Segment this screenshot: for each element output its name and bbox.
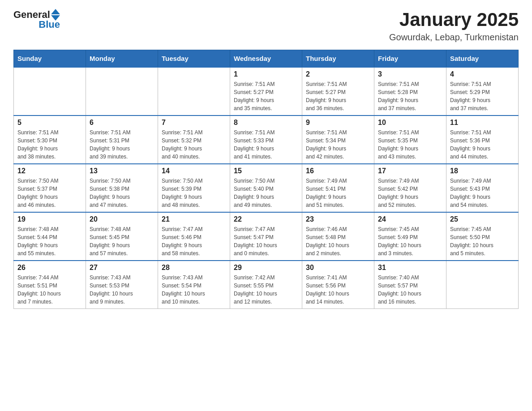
day-info: Sunrise: 7:49 AM Sunset: 5:41 PM Dayligh… (306, 177, 370, 209)
week-row-3: 12Sunrise: 7:50 AM Sunset: 5:37 PM Dayli… (14, 164, 519, 212)
day-info: Sunrise: 7:43 AM Sunset: 5:53 PM Dayligh… (90, 274, 154, 306)
empty-cell (86, 67, 158, 116)
weekday-header-wednesday: Wednesday (230, 50, 302, 68)
day-cell-27: 27Sunrise: 7:43 AM Sunset: 5:53 PM Dayli… (86, 261, 158, 309)
day-number: 20 (90, 215, 154, 223)
day-number: 1 (234, 70, 298, 78)
day-number: 2 (306, 70, 370, 78)
day-info: Sunrise: 7:50 AM Sunset: 5:38 PM Dayligh… (90, 177, 154, 209)
day-cell-1: 1Sunrise: 7:51 AM Sunset: 5:27 PM Daylig… (230, 67, 302, 116)
day-number: 7 (162, 119, 226, 127)
weekday-header-saturday: Saturday (446, 50, 519, 68)
day-cell-14: 14Sunrise: 7:50 AM Sunset: 5:39 PM Dayli… (158, 164, 230, 212)
empty-cell (158, 67, 230, 116)
weekday-header-sunday: Sunday (14, 50, 86, 68)
day-info: Sunrise: 7:51 AM Sunset: 5:35 PM Dayligh… (378, 128, 442, 161)
day-cell-20: 20Sunrise: 7:48 AM Sunset: 5:45 PM Dayli… (86, 212, 158, 261)
day-number: 31 (378, 264, 442, 272)
day-info: Sunrise: 7:51 AM Sunset: 5:27 PM Dayligh… (306, 80, 370, 112)
day-cell-11: 11Sunrise: 7:51 AM Sunset: 5:36 PM Dayli… (446, 116, 519, 164)
day-number: 9 (306, 119, 370, 127)
day-cell-9: 9Sunrise: 7:51 AM Sunset: 5:34 PM Daylig… (302, 116, 374, 164)
day-number: 17 (378, 167, 442, 175)
day-cell-7: 7Sunrise: 7:51 AM Sunset: 5:32 PM Daylig… (158, 116, 230, 164)
weekday-header-monday: Monday (86, 50, 158, 68)
day-info: Sunrise: 7:51 AM Sunset: 5:32 PM Dayligh… (162, 128, 226, 161)
day-cell-15: 15Sunrise: 7:50 AM Sunset: 5:40 PM Dayli… (230, 164, 302, 212)
day-info: Sunrise: 7:46 AM Sunset: 5:48 PM Dayligh… (306, 225, 370, 257)
week-row-4: 19Sunrise: 7:48 AM Sunset: 5:44 PM Dayli… (14, 212, 519, 261)
day-info: Sunrise: 7:50 AM Sunset: 5:37 PM Dayligh… (17, 177, 82, 209)
day-cell-29: 29Sunrise: 7:42 AM Sunset: 5:55 PM Dayli… (230, 261, 302, 309)
day-cell-28: 28Sunrise: 7:43 AM Sunset: 5:54 PM Dayli… (158, 261, 230, 309)
day-cell-19: 19Sunrise: 7:48 AM Sunset: 5:44 PM Dayli… (14, 212, 86, 261)
day-number: 6 (90, 119, 154, 127)
day-info: Sunrise: 7:50 AM Sunset: 5:39 PM Dayligh… (162, 177, 226, 209)
day-number: 25 (450, 215, 515, 223)
day-cell-6: 6Sunrise: 7:51 AM Sunset: 5:31 PM Daylig… (86, 116, 158, 164)
day-info: Sunrise: 7:43 AM Sunset: 5:54 PM Dayligh… (162, 274, 226, 306)
day-info: Sunrise: 7:49 AM Sunset: 5:42 PM Dayligh… (378, 177, 442, 209)
day-number: 26 (17, 264, 82, 272)
day-number: 4 (450, 70, 515, 78)
logo: General Blue (13, 9, 60, 30)
day-cell-17: 17Sunrise: 7:49 AM Sunset: 5:42 PM Dayli… (374, 164, 446, 212)
day-info: Sunrise: 7:50 AM Sunset: 5:40 PM Dayligh… (234, 177, 298, 209)
day-cell-16: 16Sunrise: 7:49 AM Sunset: 5:41 PM Dayli… (302, 164, 374, 212)
day-info: Sunrise: 7:51 AM Sunset: 5:34 PM Dayligh… (306, 128, 370, 161)
day-info: Sunrise: 7:40 AM Sunset: 5:57 PM Dayligh… (378, 274, 442, 306)
title-area: January 2025 Gowurdak, Lebap, Turkmenist… (389, 9, 519, 43)
empty-cell (446, 261, 519, 309)
day-cell-8: 8Sunrise: 7:51 AM Sunset: 5:33 PM Daylig… (230, 116, 302, 164)
day-info: Sunrise: 7:45 AM Sunset: 5:49 PM Dayligh… (378, 225, 442, 257)
empty-cell (14, 67, 86, 116)
day-info: Sunrise: 7:51 AM Sunset: 5:29 PM Dayligh… (450, 80, 515, 112)
day-info: Sunrise: 7:45 AM Sunset: 5:50 PM Dayligh… (450, 225, 515, 257)
day-cell-21: 21Sunrise: 7:47 AM Sunset: 5:46 PM Dayli… (158, 212, 230, 261)
day-cell-25: 25Sunrise: 7:45 AM Sunset: 5:50 PM Dayli… (446, 212, 519, 261)
day-info: Sunrise: 7:51 AM Sunset: 5:33 PM Dayligh… (234, 128, 298, 161)
day-cell-18: 18Sunrise: 7:49 AM Sunset: 5:43 PM Dayli… (446, 164, 519, 212)
day-cell-10: 10Sunrise: 7:51 AM Sunset: 5:35 PM Dayli… (374, 116, 446, 164)
week-row-1: 1Sunrise: 7:51 AM Sunset: 5:27 PM Daylig… (14, 67, 519, 116)
day-info: Sunrise: 7:47 AM Sunset: 5:46 PM Dayligh… (162, 225, 226, 257)
day-number: 8 (234, 119, 298, 127)
day-info: Sunrise: 7:51 AM Sunset: 5:30 PM Dayligh… (17, 128, 82, 161)
day-number: 19 (17, 215, 82, 223)
day-number: 30 (306, 264, 370, 272)
day-number: 23 (306, 215, 370, 223)
week-row-5: 26Sunrise: 7:44 AM Sunset: 5:51 PM Dayli… (14, 261, 519, 309)
day-info: Sunrise: 7:48 AM Sunset: 5:45 PM Dayligh… (90, 225, 154, 257)
weekday-header-row: SundayMondayTuesdayWednesdayThursdayFrid… (14, 50, 519, 68)
page-header: General Blue January 2025 Gowurdak, Leba… (13, 9, 519, 43)
weekday-header-tuesday: Tuesday (158, 50, 230, 68)
weekday-header-thursday: Thursday (302, 50, 374, 68)
day-number: 24 (378, 215, 442, 223)
day-cell-5: 5Sunrise: 7:51 AM Sunset: 5:30 PM Daylig… (14, 116, 86, 164)
day-number: 15 (234, 167, 298, 175)
day-number: 27 (90, 264, 154, 272)
day-number: 14 (162, 167, 226, 175)
page-title: January 2025 (389, 9, 519, 30)
day-number: 10 (378, 119, 442, 127)
day-cell-3: 3Sunrise: 7:51 AM Sunset: 5:28 PM Daylig… (374, 67, 446, 116)
day-cell-30: 30Sunrise: 7:41 AM Sunset: 5:56 PM Dayli… (302, 261, 374, 309)
day-info: Sunrise: 7:51 AM Sunset: 5:31 PM Dayligh… (90, 128, 154, 161)
day-cell-12: 12Sunrise: 7:50 AM Sunset: 5:37 PM Dayli… (14, 164, 86, 212)
day-info: Sunrise: 7:49 AM Sunset: 5:43 PM Dayligh… (450, 177, 515, 209)
day-info: Sunrise: 7:47 AM Sunset: 5:47 PM Dayligh… (234, 225, 298, 257)
day-cell-4: 4Sunrise: 7:51 AM Sunset: 5:29 PM Daylig… (446, 67, 519, 116)
day-info: Sunrise: 7:41 AM Sunset: 5:56 PM Dayligh… (306, 274, 370, 306)
day-cell-22: 22Sunrise: 7:47 AM Sunset: 5:47 PM Dayli… (230, 212, 302, 261)
day-number: 21 (162, 215, 226, 223)
day-info: Sunrise: 7:48 AM Sunset: 5:44 PM Dayligh… (17, 225, 82, 257)
day-cell-13: 13Sunrise: 7:50 AM Sunset: 5:38 PM Dayli… (86, 164, 158, 212)
day-info: Sunrise: 7:51 AM Sunset: 5:36 PM Dayligh… (450, 128, 515, 161)
day-cell-23: 23Sunrise: 7:46 AM Sunset: 5:48 PM Dayli… (302, 212, 374, 261)
calendar-table: SundayMondayTuesdayWednesdayThursdayFrid… (13, 50, 519, 309)
day-number: 3 (378, 70, 442, 78)
day-number: 29 (234, 264, 298, 272)
day-number: 16 (306, 167, 370, 175)
day-cell-26: 26Sunrise: 7:44 AM Sunset: 5:51 PM Dayli… (14, 261, 86, 309)
day-info: Sunrise: 7:42 AM Sunset: 5:55 PM Dayligh… (234, 274, 298, 306)
